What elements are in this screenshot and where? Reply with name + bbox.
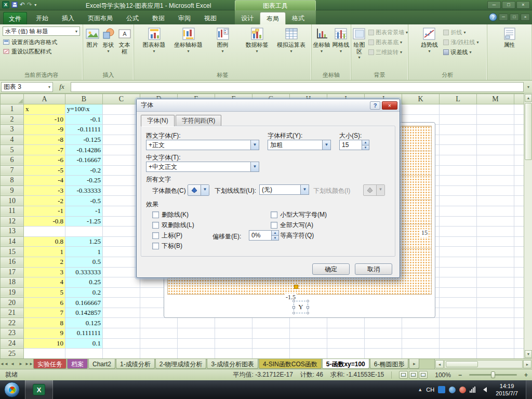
language-indicator[interactable]: CH (426, 387, 434, 393)
checkbox-删除线(K)[interactable]: 删除线(K) (152, 209, 194, 220)
cell-B25[interactable] (65, 349, 103, 358)
column-header-B[interactable]: B (65, 94, 103, 104)
cell[interactable] (477, 135, 514, 145)
cell-A6[interactable]: -6 (24, 155, 65, 165)
cell[interactable] (440, 236, 477, 247)
volume-icon[interactable] (481, 387, 487, 392)
cell-B2[interactable]: -0.1 (65, 114, 103, 125)
cell[interactable] (440, 135, 477, 145)
chinese-font-select[interactable]: +中文正文 ▼ (146, 162, 259, 172)
zoom-out-button[interactable]: − (458, 371, 462, 379)
cell-B7[interactable]: -0.2 (65, 165, 103, 176)
cell[interactable] (215, 338, 252, 349)
cell[interactable] (103, 349, 140, 358)
row-header-8[interactable]: 8 (1, 176, 24, 186)
row-header-1[interactable]: 1 (1, 104, 24, 115)
insert-picture-button[interactable]: 图片 (84, 24, 100, 48)
cell[interactable] (103, 155, 140, 165)
cell[interactable] (477, 206, 514, 216)
cell[interactable] (440, 247, 477, 257)
ok-button[interactable]: 确定 (312, 263, 350, 275)
cell[interactable] (103, 338, 140, 349)
horizontal-scroll-track[interactable] (444, 360, 523, 368)
spinner-arrows[interactable]: ▲▼ (362, 140, 369, 150)
row-header-6[interactable]: 6 (1, 155, 24, 165)
cell-B3[interactable]: -0.11111 (65, 125, 103, 135)
cell[interactable] (440, 104, 477, 115)
network-icon[interactable] (470, 387, 477, 393)
insert-shapes-button[interactable]: 形状 ▾ (100, 24, 116, 54)
cell[interactable] (440, 176, 477, 186)
row-header-12[interactable]: 12 (1, 216, 24, 227)
cell[interactable] (365, 338, 402, 349)
cell-A1[interactable]: x (24, 104, 65, 115)
row-header-14[interactable]: 14 (1, 236, 24, 247)
cell[interactable] (440, 114, 477, 125)
cell-B19[interactable]: 0.2 (65, 287, 103, 298)
cell-A15[interactable]: 1 (24, 247, 65, 257)
cell-A11[interactable]: -1 (24, 206, 65, 216)
excel-taskbar-button[interactable]: X (25, 380, 53, 399)
cell[interactable] (103, 328, 140, 339)
cell[interactable] (103, 125, 140, 135)
sheet-tab-6-椭圆图形[interactable]: 6-椭圆图形 (370, 359, 409, 369)
cell[interactable] (477, 308, 514, 318)
cell[interactable] (252, 349, 290, 358)
insert-worksheet-tab[interactable]: ▸ (409, 359, 419, 369)
horizontal-scroll-thumb[interactable] (446, 361, 478, 367)
cell[interactable] (477, 318, 514, 328)
format-selection-button[interactable]: 设置所选内容格式 (0, 37, 83, 47)
ribbon-tab-视图[interactable]: 视图 (197, 12, 223, 24)
cancel-button[interactable]: 取消 (355, 263, 392, 275)
normal-view-button[interactable] (399, 371, 408, 379)
cell-B21[interactable]: 0.142857 (65, 308, 103, 318)
data-table-button[interactable]: 模拟运算表 ▾ (274, 24, 309, 54)
last-sheet-button[interactable]: ►► (25, 359, 33, 369)
sheet-tab-3-成绩分析图表[interactable]: 3-成绩分析图表 (207, 359, 258, 369)
previous-sheet-button[interactable]: ◄ (8, 359, 17, 369)
cell[interactable] (440, 338, 477, 349)
checkbox-下标(B)[interactable]: 下标(B) (152, 241, 194, 251)
sheet-tab-Chart2[interactable]: Chart2 (88, 359, 115, 369)
save-icon[interactable] (11, 2, 18, 8)
row-header-20[interactable]: 20 (1, 298, 24, 308)
analysis-item-折线[interactable]: 折线▾ (442, 29, 478, 36)
trendline-button[interactable]: 趋势线 ▾ (416, 24, 442, 54)
cell[interactable] (365, 318, 402, 328)
dialog-title-bar[interactable]: 字体 ? × (137, 99, 400, 112)
cell-B17[interactable]: 0.333333 (65, 267, 103, 277)
cell[interactable] (477, 125, 514, 135)
spin-down-icon[interactable]: ▼ (362, 145, 369, 150)
cell[interactable] (103, 176, 140, 186)
cell-A4[interactable]: -8 (24, 135, 65, 145)
cell[interactable] (440, 257, 477, 267)
page-layout-view-button[interactable] (409, 371, 418, 379)
row-header-11[interactable]: 11 (1, 206, 24, 216)
cell-A5[interactable]: -7 (24, 145, 65, 155)
cell-B4[interactable]: -0.125 (65, 135, 103, 145)
help-icon[interactable]: ? (489, 13, 497, 21)
cell[interactable] (327, 338, 365, 349)
row-header-13[interactable]: 13 (1, 227, 24, 237)
row-header-17[interactable]: 17 (1, 267, 24, 277)
zoom-slider-thumb[interactable] (491, 371, 495, 378)
cell[interactable] (215, 318, 252, 328)
row-header-15[interactable]: 15 (1, 247, 24, 257)
cell-B9[interactable]: -0.33333 (65, 185, 103, 196)
row-header-18[interactable]: 18 (1, 277, 24, 288)
cell[interactable] (103, 114, 140, 125)
ribbon-tab-页面布局[interactable]: 页面布局 (81, 12, 119, 24)
checkbox-box[interactable] (152, 232, 159, 239)
zoom-level[interactable]: 100% (435, 371, 451, 379)
ribbon-tab-审阅[interactable]: 审阅 (171, 12, 197, 24)
cell[interactable] (252, 318, 290, 328)
cell[interactable] (440, 125, 477, 135)
cell-B1[interactable]: y=100\x (65, 104, 103, 115)
start-button[interactable] (4, 382, 20, 397)
cell[interactable] (103, 185, 140, 196)
cell[interactable] (103, 247, 140, 257)
cell[interactable] (290, 349, 327, 358)
axes-button[interactable]: 坐标轴 ▾ (312, 24, 331, 54)
cell[interactable] (440, 267, 477, 277)
cell-A12[interactable]: -0.8 (24, 216, 65, 227)
